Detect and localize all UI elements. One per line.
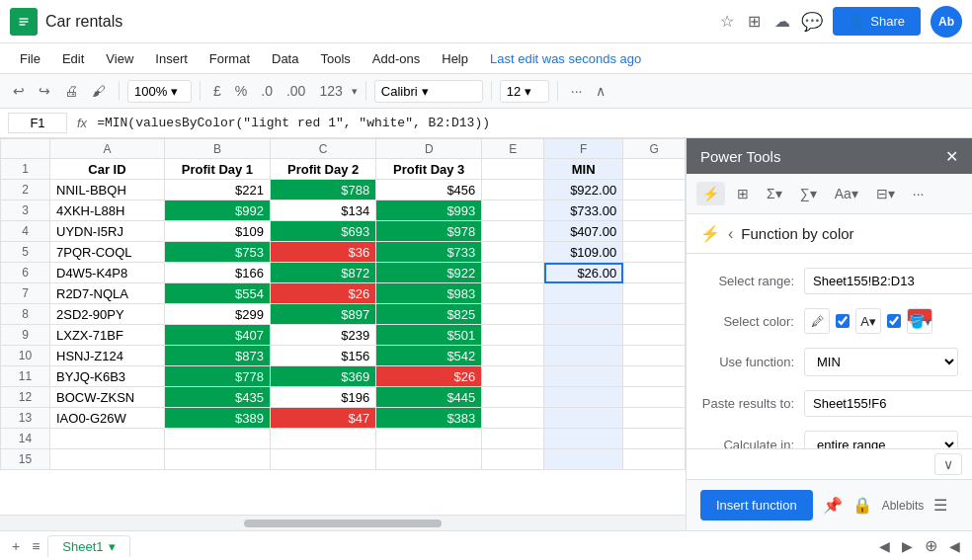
menu-view[interactable]: View	[96, 47, 143, 70]
star-icon[interactable]: ☆	[720, 12, 734, 31]
cloud-icon[interactable]: ☁	[774, 12, 790, 31]
cell-b1[interactable]: Profit Day 1	[164, 159, 270, 180]
cell-a10[interactable]: HSNJ-Z124	[50, 346, 165, 366]
cell-c13[interactable]: $47	[271, 408, 376, 429]
cell-g14[interactable]	[623, 429, 686, 449]
cell-a3[interactable]: 4XKH-L88H	[50, 200, 165, 221]
cell-b11[interactable]: $778	[164, 366, 270, 387]
cell-f9[interactable]	[544, 325, 623, 346]
undo-button[interactable]: ↩	[8, 79, 30, 103]
pt-eyedropper-button[interactable]: 🖉	[804, 308, 830, 334]
decrease-decimal-button[interactable]: .0	[256, 79, 278, 103]
cell-c4[interactable]: $693	[271, 221, 376, 242]
cell-a12[interactable]: BOCW-ZKSN	[50, 387, 165, 408]
cell-b2[interactable]: $221	[164, 180, 270, 200]
cell-b4[interactable]: $109	[164, 221, 270, 242]
comment-button[interactable]: 💬	[801, 11, 823, 33]
cell-e11[interactable]	[482, 366, 544, 387]
cell-c6[interactable]: $872	[271, 263, 376, 283]
cell-g2[interactable]	[623, 180, 686, 200]
pt-border-checkbox[interactable]	[887, 314, 901, 328]
cell-e1[interactable]	[482, 159, 544, 180]
cell-a5[interactable]: 7PQR-COQL	[50, 242, 165, 263]
paint-format-button[interactable]: 🖌	[87, 79, 111, 103]
menu-insert[interactable]: Insert	[145, 47, 198, 70]
cell-a11[interactable]: BYJQ-K6B3	[50, 366, 165, 387]
cell-e13[interactable]	[482, 408, 544, 429]
menu-format[interactable]: Format	[200, 47, 260, 70]
pt-table-button[interactable]: ⊟▾	[870, 182, 901, 205]
cell-c10[interactable]: $156	[271, 346, 376, 366]
horizontal-scrollbar[interactable]	[0, 515, 686, 530]
pt-lightning-button[interactable]: ⚡	[696, 182, 725, 205]
menu-data[interactable]: Data	[262, 47, 308, 70]
cell-f2[interactable]: $922.00	[544, 180, 623, 200]
slides-icon[interactable]: ⊞	[748, 12, 761, 31]
cell-b6[interactable]: $166	[164, 263, 270, 283]
cell-reference-input[interactable]	[8, 113, 67, 133]
cell-g3[interactable]	[623, 200, 686, 221]
cell-b14[interactable]	[164, 429, 270, 449]
explore-button[interactable]: ⊕	[921, 532, 941, 559]
cell-g9[interactable]	[623, 325, 686, 346]
percent-button[interactable]: %	[230, 79, 252, 103]
pt-fill-checkbox[interactable]	[836, 314, 850, 328]
cell-c3[interactable]: $134	[271, 200, 376, 221]
cell-d11[interactable]: $26	[376, 366, 482, 387]
pt-calculate-select[interactable]: entire range selected range	[804, 431, 958, 448]
cell-c5[interactable]: $36	[271, 242, 376, 263]
cell-e10[interactable]	[482, 346, 544, 366]
cell-f14[interactable]	[544, 429, 623, 449]
cell-e12[interactable]	[482, 387, 544, 408]
pt-grid-button[interactable]: ⊞	[731, 182, 755, 205]
cell-c14[interactable]	[271, 429, 376, 449]
cell-d10[interactable]: $542	[376, 346, 482, 366]
cell-a7[interactable]: R2D7-NQLA	[50, 283, 165, 304]
cell-d7[interactable]: $983	[376, 283, 482, 304]
menu-addons[interactable]: Add-ons	[363, 47, 430, 70]
cell-f6[interactable]: $26.00	[544, 263, 623, 283]
cell-e9[interactable]	[482, 325, 544, 346]
cell-g12[interactable]	[623, 387, 686, 408]
collapse-toolbar-button[interactable]: ∧	[591, 79, 610, 103]
spreadsheet[interactable]: A B C D E F G 1 Car ID Profit Day 1	[0, 138, 686, 530]
pt-more-button[interactable]: ···	[907, 182, 931, 205]
cell-f13[interactable]	[544, 408, 623, 429]
cell-a9[interactable]: LXZX-71BF	[50, 325, 165, 346]
cell-c1[interactable]: Profit Day 2	[271, 159, 376, 180]
format-number-button[interactable]: 123	[314, 79, 347, 103]
pt-text-color-button[interactable]: A▾	[855, 308, 881, 334]
cell-a15[interactable]	[50, 449, 165, 470]
more-options-button[interactable]: ···	[566, 79, 588, 103]
cell-e6[interactable]	[482, 263, 544, 283]
cell-c8[interactable]: $897	[271, 304, 376, 325]
pt-help-icon[interactable]: 🔒	[852, 496, 872, 515]
pt-sum-button[interactable]: Σ▾	[761, 182, 788, 205]
cell-c12[interactable]: $196	[271, 387, 376, 408]
print-button[interactable]: 🖨	[59, 79, 83, 103]
cell-f3[interactable]: $733.00	[544, 200, 623, 221]
sheet-dropdown-icon[interactable]: ▾	[109, 539, 116, 554]
cell-a14[interactable]	[50, 429, 165, 449]
currency-button[interactable]: £	[208, 79, 226, 103]
cell-d5[interactable]: $733	[376, 242, 482, 263]
insert-function-button[interactable]: Insert function	[700, 490, 813, 520]
cell-d8[interactable]: $825	[376, 304, 482, 325]
cell-e2[interactable]	[482, 180, 544, 200]
cell-b13[interactable]: $389	[164, 408, 270, 429]
cell-b15[interactable]	[164, 449, 270, 470]
cell-c11[interactable]: $369	[271, 366, 376, 387]
cell-f4[interactable]: $407.00	[544, 221, 623, 242]
cell-a6[interactable]: D4W5-K4P8	[50, 263, 165, 283]
menu-file[interactable]: File	[10, 47, 50, 70]
cell-e4[interactable]	[482, 221, 544, 242]
cell-c15[interactable]	[271, 449, 376, 470]
pt-sigma-button[interactable]: ∑▾	[794, 182, 823, 205]
cell-g6[interactable]	[623, 263, 686, 283]
pt-pin-icon[interactable]: 📌	[823, 496, 843, 515]
fontsize-select[interactable]: 12 ▾	[500, 80, 549, 103]
cell-d3[interactable]: $993	[376, 200, 482, 221]
zoom-select[interactable]: 100% ▾	[127, 80, 192, 103]
cell-d4[interactable]: $978	[376, 221, 482, 242]
cell-c7[interactable]: $26	[271, 283, 376, 304]
